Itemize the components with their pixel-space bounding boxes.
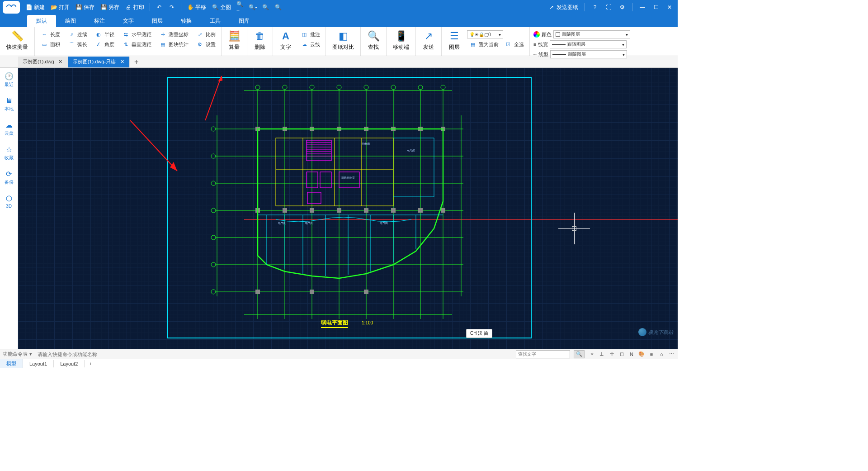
drawing-canvas[interactable]: 电气间电气间电气间电气间弱电间消防控制室 弱电平面图 1:100 CH 汉 简 … [18,68,678,349]
osnap-button[interactable]: ◻ [618,351,625,358]
snap-button[interactable]: ✧ [588,351,595,358]
quick-measure-button[interactable]: 📏 快速测量 [4,29,31,52]
separator [150,3,150,11]
mobile-button[interactable]: 📱移动端 [390,29,412,52]
cloud-button[interactable]: ☁云线 [298,40,322,49]
svg-rect-62 [307,192,321,204]
continuous-button[interactable]: ⫽连续 [66,30,89,39]
tab-tools[interactable]: 工具 [201,15,230,27]
send-drawing-button[interactable]: ↗发送图纸 [546,3,580,12]
close-icon[interactable]: ✕ [58,59,63,65]
help-button[interactable]: ? [590,2,600,13]
lineweight-toggle[interactable]: ≡ [648,351,655,358]
hdist-icon: ⇆ [122,30,130,38]
open-button[interactable]: 📂打开 [48,3,71,12]
pan-button[interactable]: ✋平移 [185,3,208,12]
coord-button[interactable]: ✛测量坐标 [157,30,190,39]
calc-button[interactable]: 🧮算量 [225,29,243,52]
find-button[interactable]: 🔍查找 [364,29,382,52]
sidebar-item-local[interactable]: 🖥本地 [5,96,14,112]
file-tab-0[interactable]: 示例图(1).dwg✕ [18,57,68,67]
fullscreen-button[interactable]: ⛶ [603,2,614,13]
length-icon: ↔ [40,30,48,38]
svg-point-27 [211,127,216,131]
block-stats-button[interactable]: ▤图块统计 [157,40,190,49]
settings-button[interactable]: ⚙ [617,2,627,13]
undo-button[interactable]: ↶ [154,3,165,12]
file-new-icon: 📄 [25,4,33,11]
file-tab-1[interactable]: 示例图(1).dwg-只读✕ [68,57,130,67]
command-input[interactable] [36,351,512,358]
command-list-button[interactable]: 功能命令表▾ [3,351,32,357]
ribbon-tabs: 默认 绘图 标注 文字 图层 转换 工具 图库 [0,14,678,27]
svg-rect-52 [364,290,368,294]
redo-button[interactable]: ↷ [166,3,177,12]
tab-default[interactable]: 默认 [27,15,56,27]
radius-button[interactable]: ◐半径 [93,30,116,39]
zoom-out-button[interactable]: 🔍- [247,3,258,12]
add-tab-button[interactable]: + [130,58,143,66]
saveas-button[interactable]: 💾另存 [98,3,121,12]
tab-convert[interactable]: 转换 [172,15,201,27]
maximize-button[interactable]: ☐ [651,2,661,13]
delete-button[interactable]: 🗑删除 [251,29,269,52]
ruler-icon: 📏 [11,30,24,43]
layer-combo[interactable]: 💡☀🔒▢ 0▾ [467,30,503,38]
annotate-button[interactable]: ◫批注 [298,30,322,39]
hdist-button[interactable]: ⇆水平测距 [120,30,153,39]
units-button[interactable]: N [628,351,635,358]
scale-button[interactable]: ⤢比例 [194,30,217,39]
sidebar-item-recent[interactable]: 🕑最近 [5,71,14,88]
more-button[interactable]: ⋯ [668,351,675,358]
print-button[interactable]: 🖨打印 [123,3,146,12]
settings-button[interactable]: ⚙设置 [194,40,217,49]
annotation-arrow-2 [130,120,179,173]
add-layout-button[interactable]: + [85,361,96,366]
layer-button[interactable]: ☰图层 [445,29,463,52]
vdist-button[interactable]: ⇅垂直测距 [120,40,153,49]
home-button[interactable]: ⌂ [658,351,665,358]
sidebar-item-favorites[interactable]: ☆收藏 [5,145,14,161]
polar-button[interactable]: ✛ [608,351,615,358]
linetype-combo[interactable]: 跟随图层▾ [550,50,627,58]
save-button[interactable]: 💾保存 [73,3,96,12]
tab-library[interactable]: 图库 [230,15,259,27]
theme-button[interactable]: 🎨 [638,351,645,358]
sidebar-item-backup[interactable]: ⟳备份 [5,169,14,186]
sidebar-item-cloud[interactable]: ☁云盘 [5,120,14,137]
svg-point-28 [211,154,216,158]
tab-text[interactable]: 文字 [114,15,143,27]
zoom-in-button[interactable]: 🔍+ [235,3,245,12]
new-button[interactable]: 📄新建 [24,3,47,12]
layout-tab-1[interactable]: Layout1 [23,360,54,367]
set-current-button[interactable]: ▤置为当前☑全选 [467,40,526,49]
area-button[interactable]: ▭面积 [38,40,62,49]
close-icon[interactable]: ✕ [119,59,125,65]
search-button[interactable]: 🔍 [574,350,585,358]
lineweight-combo[interactable]: 跟随图层▾ [550,40,627,48]
annotation-arrow-1 [203,76,222,122]
sidebar-item-3d[interactable]: ⬡3D [5,194,14,209]
fit-button[interactable]: 🔍全图 [210,3,233,12]
send-icon: ↗ [422,30,435,43]
ortho-button[interactable]: ⊥ [598,351,605,358]
tab-draw[interactable]: 绘图 [56,15,85,27]
angle-button[interactable]: ∠角度 [93,40,116,49]
layout-tab-model[interactable]: 模型 [0,359,23,368]
send-button[interactable]: ↗发送 [420,29,438,52]
group-find: 🔍查找 [361,27,387,56]
arc-button[interactable]: ⌒弧长 [66,40,89,49]
color-combo[interactable]: 跟随图层▾ [553,30,630,38]
zoom-region-button[interactable]: 🔍 [260,3,271,12]
text-button[interactable]: A文字 [277,29,295,52]
help-icon: ? [594,4,597,10]
tab-layers[interactable]: 图层 [143,15,172,27]
minimize-button[interactable]: — [637,2,648,13]
compare-button[interactable]: ◧图纸对比 [330,29,357,52]
zoom-prev-button[interactable]: 🔍 [273,3,283,12]
search-text-input[interactable] [516,350,570,358]
layout-tab-2[interactable]: Layout2 [54,360,85,367]
close-button[interactable]: ✕ [664,2,675,13]
length-button[interactable]: ↔长度 [38,30,62,39]
tab-annotate[interactable]: 标注 [85,15,114,27]
